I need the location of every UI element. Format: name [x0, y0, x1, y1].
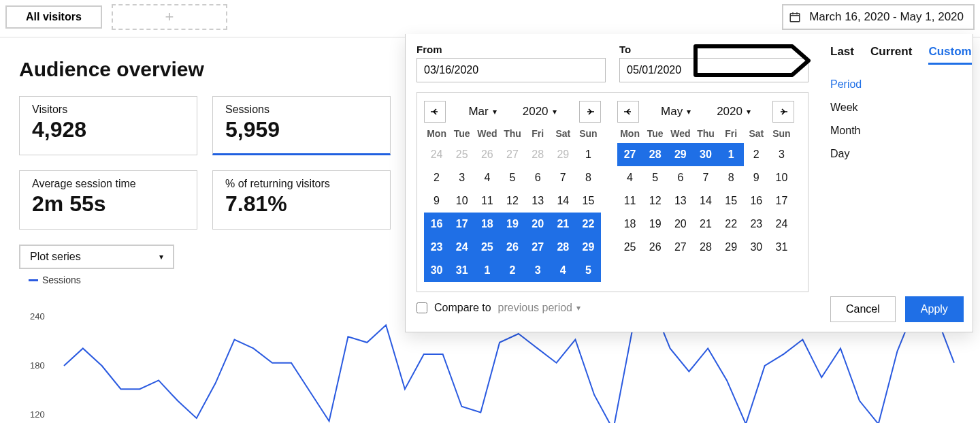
tab-last[interactable]: Last: [830, 44, 854, 65]
calendar-from-grid[interactable]: 2425262728291234567891011121314151617181…: [424, 143, 601, 282]
range-tabs: Last Current Custom: [830, 44, 962, 65]
stat-card-sessions[interactable]: Sessions 5,959: [212, 96, 391, 155]
from-date-col: From: [416, 44, 606, 82]
dow-header: MonTueWedThuFriSatSun: [424, 128, 601, 139]
compare-checkbox[interactable]: [416, 302, 427, 313]
plot-series-label: Plot series: [30, 251, 81, 263]
picker-footer: Cancel Apply: [830, 160, 962, 322]
stat-card-visitors[interactable]: Visitors 4,928: [19, 96, 197, 155]
period-option-week[interactable]: Week: [830, 101, 962, 114]
calendar-from-labels[interactable]: Mar ▾ 2020 ▾: [468, 105, 556, 119]
period-option-period[interactable]: Period: [830, 78, 962, 91]
y-tick: 180: [30, 360, 45, 371]
tab-current[interactable]: Current: [870, 44, 912, 65]
date-picker-side: Last Current Custom Period Week Month Da…: [819, 34, 973, 332]
segment-all-visitors[interactable]: All visitors: [5, 5, 102, 29]
period-options: Period Week Month Day: [830, 78, 962, 160]
stat-value: 2m 55s: [32, 191, 184, 217]
stat-label: Average session time: [32, 178, 184, 190]
stat-card-avg-session[interactable]: Average session time 2m 55s: [19, 170, 197, 230]
date-range-label: March 16, 2020 - May 1, 2020: [806, 5, 973, 29]
plot-series-dropdown[interactable]: Plot series ▾: [19, 245, 174, 269]
add-segment-button[interactable]: +: [112, 4, 227, 30]
calendar-from-header: Mar ▾ 2020 ▾: [424, 101, 601, 123]
calendar-to: May ▾ 2020 ▾ MonTueWedThuFriSatSun 27282…: [617, 101, 794, 282]
compare-row: Compare to previous period ▾: [416, 302, 808, 314]
arrow-left-icon: [429, 106, 440, 117]
cancel-button[interactable]: Cancel: [830, 296, 896, 322]
tab-custom[interactable]: Custom: [928, 44, 971, 65]
stat-label: Sessions: [225, 104, 378, 116]
topbar: All visitors + March 16, 2020 - May 1, 2…: [0, 0, 980, 37]
chevron-down-icon: ▾: [493, 107, 497, 116]
stat-label: % of returning visitors: [225, 178, 378, 190]
stat-value: 5,959: [225, 117, 378, 142]
chevron-down-icon: ▾: [159, 252, 163, 262]
from-label: From: [416, 44, 606, 55]
chevron-down-icon: ▾: [687, 107, 691, 116]
prev-month-button[interactable]: [424, 101, 446, 123]
apply-button[interactable]: Apply: [905, 296, 964, 322]
arrow-left-icon: [623, 106, 634, 117]
svg-rect-0: [790, 14, 800, 22]
calendars: Mar ▾ 2020 ▾ MonTueWedThuFriSatSun 24252…: [424, 101, 801, 282]
chevron-down-icon: ▾: [553, 107, 557, 116]
to-date-col: To: [619, 44, 808, 82]
from-date-input[interactable]: [416, 58, 606, 82]
compare-period-dropdown[interactable]: previous period ▾: [498, 302, 581, 314]
calendar-to-grid[interactable]: 2728293012345678910111213141516171819202…: [617, 143, 794, 259]
period-option-month[interactable]: Month: [830, 125, 962, 137]
stat-value: 7.81%: [225, 191, 378, 217]
legend-swatch: [29, 279, 38, 281]
period-option-day[interactable]: Day: [830, 148, 962, 160]
legend-series-name: Sessions: [42, 275, 81, 285]
next-month-button[interactable]: [579, 101, 601, 123]
next-month-button[interactable]: [772, 101, 794, 123]
y-tick: 240: [30, 311, 45, 322]
calendar-to-labels[interactable]: May ▾ 2020 ▾: [661, 105, 751, 119]
date-range-button[interactable]: March 16, 2020 - May 1, 2020: [782, 4, 975, 30]
prev-month-button[interactable]: [617, 101, 639, 123]
chevron-down-icon: ▾: [576, 303, 581, 313]
stat-value: 4,928: [32, 117, 184, 142]
date-picker-popover: From To M: [405, 34, 973, 332]
calendar-to-header: May ▾ 2020 ▾: [617, 101, 794, 123]
dow-header: MonTueWedThuFriSatSun: [617, 128, 794, 139]
date-picker-main: From To M: [406, 34, 819, 332]
calendar-from: Mar ▾ 2020 ▾ MonTueWedThuFriSatSun 24252…: [424, 101, 601, 282]
compare-label: Compare to: [434, 302, 491, 314]
calendar-icon: [783, 5, 806, 29]
chevron-down-icon: ▾: [747, 107, 751, 116]
cursor-annotation: [693, 44, 813, 78]
arrow-right-icon: [585, 106, 595, 117]
arrow-right-icon: [778, 106, 789, 117]
stat-label: Visitors: [32, 104, 184, 116]
calendars-frame: Mar ▾ 2020 ▾ MonTueWedThuFriSatSun 24252…: [416, 92, 808, 292]
date-inputs-row: From To: [416, 44, 808, 82]
stat-card-returning[interactable]: % of returning visitors 7.81%: [212, 170, 391, 230]
y-tick: 120: [30, 409, 45, 420]
